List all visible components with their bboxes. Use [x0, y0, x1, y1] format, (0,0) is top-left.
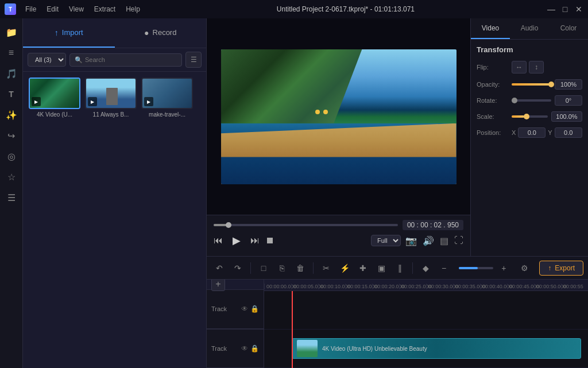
record-icon: ● — [144, 28, 149, 37]
ruler-mark-6: 00:00:30.000 — [426, 284, 453, 289]
settings-button[interactable]: ⚙ — [516, 260, 532, 276]
track-clip-1[interactable]: 4K Video (Ultra HD) Unbelievable Beauty — [292, 338, 581, 359]
rotate-slider[interactable] — [512, 99, 551, 102]
rotate-handle — [512, 98, 517, 103]
track-lock-icon-2[interactable]: 🔒 — [250, 344, 259, 352]
sidebar-item-settings[interactable]: ☰ — [2, 188, 21, 207]
undo-button[interactable]: ↶ — [211, 260, 227, 276]
subtitle-icon[interactable]: ▤ — [440, 235, 448, 246]
play-button[interactable]: ▶ — [229, 233, 245, 249]
tl-sep-3 — [412, 262, 413, 274]
tab-color[interactable]: Color — [549, 18, 588, 39]
ruler-mark-11: 00:00:55 — [561, 284, 588, 289]
track-lock-icon-1[interactable]: 🔒 — [250, 305, 259, 313]
quality-select[interactable]: Full — [371, 235, 401, 246]
snapshot-icon[interactable]: 📷 — [405, 235, 417, 246]
media-thumb-1: ▶ — [29, 78, 80, 109]
sidebar-item-favorites[interactable]: ☆ — [2, 168, 21, 186]
minimize-button[interactable]: — — [547, 5, 556, 14]
close-button[interactable]: ✕ — [574, 5, 583, 14]
tl-sep-2 — [313, 262, 314, 274]
flip-vertical-button[interactable]: ↕ — [529, 61, 544, 73]
sidebar-item-transitions[interactable]: ↪ — [2, 126, 21, 145]
add-clip-button[interactable]: ✚ — [355, 260, 371, 276]
scale-handle — [524, 114, 529, 119]
crop-button[interactable]: ▣ — [373, 260, 389, 276]
position-y-value[interactable]: 0.0 — [555, 127, 582, 138]
opacity-value: 100% — [555, 79, 582, 90]
zoom-slider[interactable] — [459, 267, 493, 269]
skip-back-button[interactable]: ⏮ — [214, 235, 223, 246]
media-item-3[interactable]: ▶ make-travel-... — [141, 78, 193, 118]
fullscreen-icon[interactable]: ⛶ — [454, 235, 463, 246]
track-header-1: Track 👁 🔒 — [207, 290, 264, 329]
controls-row: ⏮ ▶ ⏭ ⏹ Full 📷 🔊 ▤ — [207, 233, 470, 251]
audio-icon[interactable]: 🔊 — [423, 235, 434, 246]
maximize-button[interactable]: □ — [560, 5, 570, 14]
split-button[interactable]: ‖ — [392, 260, 408, 276]
sidebar-item-layers[interactable]: ≡ — [2, 44, 21, 62]
center-right-area: 00 : 00 : 02 . 950 ⏮ ▶ ⏭ ⏹ Full — [207, 18, 588, 368]
opacity-row: Opacity: 100% — [477, 79, 582, 90]
menu-view[interactable]: View — [64, 4, 88, 14]
record-button[interactable]: ● Record — [115, 18, 207, 48]
skip-forward-button[interactable]: ⏭ — [250, 235, 260, 246]
ruler-mark-0: 00:00:00.000 — [264, 284, 291, 289]
grid-view-button[interactable]: ☰ — [185, 52, 202, 68]
menu-help[interactable]: Help — [121, 4, 145, 14]
sidebar-item-effects[interactable]: ✨ — [2, 106, 21, 124]
export-button[interactable]: ↑ Export — [539, 261, 583, 276]
marker-button[interactable]: ◆ — [417, 260, 434, 276]
track-row-2: 4K Video (Ultra HD) Unbelievable Beauty — [264, 330, 588, 368]
track-eye-icon-2[interactable]: 👁 — [241, 344, 248, 352]
filter-select[interactable]: All (3) — [28, 53, 66, 67]
zoom-in-button[interactable]: + — [496, 260, 512, 276]
zoom-fill — [459, 267, 478, 269]
scale-fill — [512, 115, 524, 118]
ruler-marks: 00:00:00.000 00:00:05.000 00:00:10.000 0… — [264, 284, 588, 289]
speed-button[interactable]: ⚡ — [336, 260, 353, 276]
menu-extract[interactable]: Extract — [90, 4, 120, 14]
tab-video[interactable]: Video — [471, 18, 510, 39]
sidebar-item-text[interactable]: T — [2, 85, 21, 103]
delete-button[interactable]: 🗑 — [292, 260, 308, 276]
right-controls: Full 📷 🔊 ▤ ⛶ — [371, 235, 463, 246]
media-items: ▶ 4K Video (U... ▶ 11 Always B... ▶ m — [23, 72, 206, 368]
position-row: Position: X 0.0 Y 0.0 — [477, 127, 582, 138]
import-button[interactable]: ↑ Import — [23, 18, 115, 48]
track-label-2: Track — [211, 345, 227, 352]
position-x-value[interactable]: 0.0 — [518, 127, 546, 138]
media-label-2: 11 Always B... — [85, 111, 137, 118]
sidebar-item-media[interactable]: 📁 — [2, 23, 21, 41]
copy-button[interactable]: ⎘ — [274, 260, 290, 276]
media-item-2[interactable]: ▶ 11 Always B... — [85, 78, 137, 118]
play-icon-2: ▶ — [88, 97, 97, 106]
redo-button[interactable]: ↷ — [230, 260, 246, 276]
play-icon-3: ▶ — [144, 97, 153, 106]
search-icon: 🔍 — [75, 56, 83, 64]
track-eye-icon-1[interactable]: 👁 — [241, 305, 248, 313]
video-frame — [221, 49, 457, 184]
trim-button[interactable]: □ — [256, 260, 272, 276]
timecode: 00 : 00 : 02 . 950 — [403, 220, 463, 230]
flip-horizontal-button[interactable]: ↔ — [512, 61, 527, 73]
zoom-out-button[interactable]: − — [436, 260, 452, 276]
progress-bar[interactable] — [214, 224, 398, 226]
scale-slider[interactable] — [512, 115, 548, 118]
menu-file[interactable]: File — [21, 4, 41, 14]
menu-edit[interactable]: Edit — [42, 4, 63, 14]
opacity-slider[interactable] — [512, 83, 551, 86]
clip-thumb — [297, 340, 318, 357]
add-track-button[interactable]: + — [211, 280, 225, 291]
tab-audio[interactable]: Audio — [510, 18, 549, 39]
ruler-mark-10: 00:00:50.000 — [534, 284, 561, 289]
sidebar-item-audio[interactable]: 🎵 — [2, 64, 21, 83]
stop-button[interactable]: ⏹ — [265, 235, 274, 246]
track-row-1 — [264, 291, 588, 330]
clip-label: 4K Video (Ultra HD) Unbelievable Beauty — [322, 346, 427, 352]
export-icon: ↑ — [548, 264, 551, 272]
media-item-1[interactable]: ▶ 4K Video (U... — [29, 78, 80, 118]
cut-button[interactable]: ✂ — [318, 260, 334, 276]
sidebar-item-motion[interactable]: ◎ — [2, 147, 21, 165]
search-input[interactable] — [85, 56, 177, 63]
